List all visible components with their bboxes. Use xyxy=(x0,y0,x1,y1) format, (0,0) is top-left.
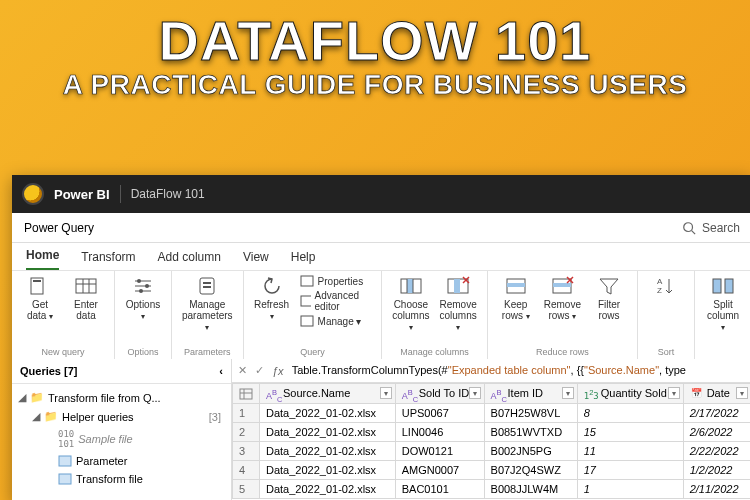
group-label: Parameters xyxy=(184,347,231,357)
fx-icon: ƒx xyxy=(272,365,284,377)
col-item-id[interactable]: ABCItem ID▾ xyxy=(484,384,577,404)
cancel-formula-icon[interactable]: ✕ xyxy=(238,364,247,377)
cell[interactable]: LIN0046 xyxy=(395,423,484,442)
remove-rows-icon xyxy=(549,275,575,297)
cell[interactable]: 11 xyxy=(577,442,683,461)
col-sold-to-id[interactable]: ABCSold To ID▾ xyxy=(395,384,484,404)
Get data-button[interactable]: Get data ▾ xyxy=(22,275,58,322)
collapse-pane-icon[interactable]: ‹ xyxy=(219,365,223,377)
Keep rows-button[interactable]: Keep rows ▾ xyxy=(498,275,534,322)
cell[interactable]: B0851WVTXD xyxy=(484,423,577,442)
cell[interactable]: DOW0121 xyxy=(395,442,484,461)
col-source-name[interactable]: ABCSource.Name▾ xyxy=(260,384,396,404)
ribbon-group-query: Refresh ▾PropertiesAdvanced editorManage… xyxy=(244,271,383,359)
query-item-sample-file[interactable]: 010101Sample file xyxy=(12,426,231,452)
filter-dropdown-icon[interactable]: ▾ xyxy=(562,387,574,399)
Remove columns-button[interactable]: Remove columns ▾ xyxy=(440,275,477,333)
search-icon xyxy=(682,221,696,235)
filter-dropdown-icon[interactable]: ▾ xyxy=(736,387,748,399)
svg-rect-40 xyxy=(59,456,71,466)
table-row[interactable]: 3Data_2022_01-02.xlsxDOW0121B002JN5PG112… xyxy=(233,442,751,461)
Enter data-button[interactable]: Enter data xyxy=(68,275,104,321)
Split column-button[interactable]: Split column ▾ xyxy=(705,275,741,333)
cell[interactable]: 17 xyxy=(577,461,683,480)
advanced-editor-button[interactable]: Advanced editor xyxy=(300,290,372,312)
search-box[interactable]: Search xyxy=(682,221,740,235)
row-header[interactable]: 1 xyxy=(233,404,260,423)
filter-dropdown-icon[interactable]: ▾ xyxy=(380,387,392,399)
Choose columns-button[interactable]: Choose columns ▾ xyxy=(392,275,429,333)
svg-text:Z: Z xyxy=(657,286,662,295)
cell[interactable]: B07H25W8VL xyxy=(484,404,577,423)
tab-add-column[interactable]: Add column xyxy=(158,250,221,270)
col-quantity-sold[interactable]: 123Quantity Sold▾ xyxy=(577,384,683,404)
cell[interactable]: 2/11/2022 xyxy=(683,480,750,499)
formula-bar[interactable]: ✕ ✓ ƒx Table.TransformColumnTypes(#"Expa… xyxy=(232,359,750,383)
cell[interactable]: 8 xyxy=(577,404,683,423)
ribbon: Get data ▾Enter dataNew queryOptions ▾Op… xyxy=(12,271,750,359)
row-header[interactable]: 4 xyxy=(233,461,260,480)
accept-formula-icon[interactable]: ✓ xyxy=(255,364,264,377)
query-item-parameter[interactable]: Parameter xyxy=(12,452,231,470)
row-header[interactable]: 3 xyxy=(233,442,260,461)
query-item-transform-file[interactable]: Transform file xyxy=(12,470,231,488)
cell[interactable]: 15 xyxy=(577,423,683,442)
cell[interactable]: B008JJLW4M xyxy=(484,480,577,499)
svg-rect-21 xyxy=(407,279,413,293)
tab-transform[interactable]: Transform xyxy=(81,250,135,270)
data-grid[interactable]: ABCSource.Name▾ABCSold To ID▾ABCItem ID▾… xyxy=(232,383,750,499)
cell[interactable]: B002JN5PG xyxy=(484,442,577,461)
Manage parameters-button[interactable]: Manage parameters ▾ xyxy=(182,275,233,333)
cell[interactable]: AMGN0007 xyxy=(395,461,484,480)
sort-button[interactable]: AZ xyxy=(648,275,684,297)
Remove rows-button[interactable]: Remove rows ▾ xyxy=(544,275,581,322)
col-date[interactable]: 📅Date▾ xyxy=(683,384,750,404)
cell[interactable]: B07J2Q4SWZ xyxy=(484,461,577,480)
cell[interactable]: 2/22/2022 xyxy=(683,442,750,461)
properties-button[interactable]: Properties xyxy=(300,275,364,287)
cell[interactable]: BAC0101 xyxy=(395,480,484,499)
table-row[interactable]: 5Data_2022_01-02.xlsxBAC0101B008JJLW4M12… xyxy=(233,480,751,499)
cell[interactable]: Data_2022_01-02.xlsx xyxy=(260,461,396,480)
cell[interactable]: 2/6/2022 xyxy=(683,423,750,442)
ribbon-group-parameters: Manage parameters ▾Parameters xyxy=(172,271,244,359)
svg-rect-42 xyxy=(240,389,252,399)
cell[interactable]: Data_2022_01-02.xlsx xyxy=(260,442,396,461)
row-header[interactable]: 2 xyxy=(233,423,260,442)
ribbon-group-more: Split column ▾ xyxy=(695,271,750,359)
Refresh-button[interactable]: Refresh ▾ xyxy=(254,275,290,322)
cell[interactable]: Data_2022_01-02.xlsx xyxy=(260,480,396,499)
query-item-helper-queries[interactable]: ◢📁Helper queries[3] xyxy=(12,407,231,426)
type-icon: ABC xyxy=(402,388,416,400)
remove-columns-icon xyxy=(445,275,471,297)
row-header[interactable]: 5 xyxy=(233,480,260,499)
keep-rows-icon xyxy=(503,275,529,297)
data-main: ✕ ✓ ƒx Table.TransformColumnTypes(#"Expa… xyxy=(232,359,750,500)
tab-view[interactable]: View xyxy=(243,250,269,270)
svg-rect-16 xyxy=(203,286,211,288)
ribbon-tabs: HomeTransformAdd columnViewHelp xyxy=(12,243,750,271)
cell[interactable]: 1 xyxy=(577,480,683,499)
group-label: Query xyxy=(300,347,325,357)
Options-button[interactable]: Options ▾ xyxy=(125,275,161,322)
cell[interactable]: UPS0067 xyxy=(395,404,484,423)
cell[interactable]: 2/17/2022 xyxy=(683,404,750,423)
table-row[interactable]: 1Data_2022_01-02.xlsxUPS0067B07H25W8VL82… xyxy=(233,404,751,423)
queries-tree: ◢📁Transform file from Q...◢📁Helper queri… xyxy=(12,384,231,492)
query-item-transform-file-from-q-[interactable]: ◢📁Transform file from Q... xyxy=(12,388,231,407)
filter-dropdown-icon[interactable]: ▾ xyxy=(469,387,481,399)
filter-dropdown-icon[interactable]: ▾ xyxy=(668,387,680,399)
cell[interactable]: 1/2/2022 xyxy=(683,461,750,480)
tab-home[interactable]: Home xyxy=(26,248,59,270)
queries-title: Queries [7] xyxy=(20,365,77,377)
tab-help[interactable]: Help xyxy=(291,250,316,270)
titlebar-sep xyxy=(120,185,121,203)
manage-button[interactable]: Manage ▾ xyxy=(300,315,362,327)
table-row[interactable]: 2Data_2022_01-02.xlsxLIN0046B0851WVTXD15… xyxy=(233,423,751,442)
cell[interactable]: Data_2022_01-02.xlsx xyxy=(260,404,396,423)
select-all-cell[interactable] xyxy=(233,384,260,404)
Filter rows-button[interactable]: Filter rows xyxy=(591,275,627,321)
file-name: DataFlow 101 xyxy=(131,187,205,201)
cell[interactable]: Data_2022_01-02.xlsx xyxy=(260,423,396,442)
table-row[interactable]: 4Data_2022_01-02.xlsxAMGN0007B07J2Q4SWZ1… xyxy=(233,461,751,480)
